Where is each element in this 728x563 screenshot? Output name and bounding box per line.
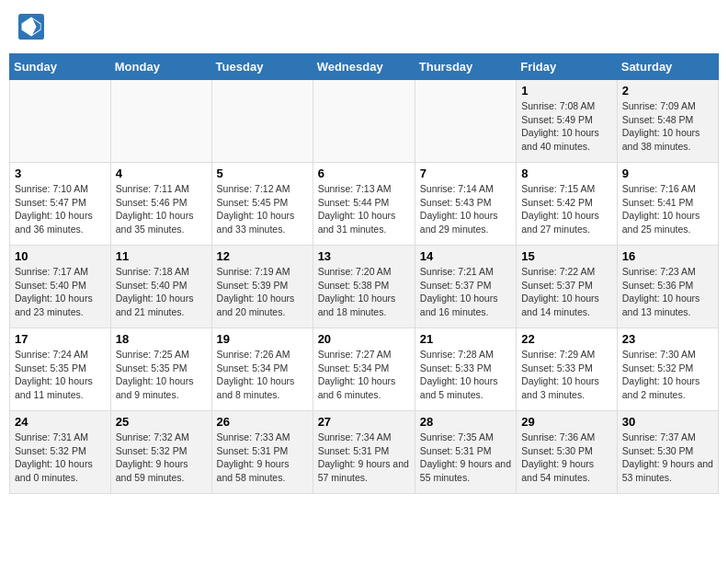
day-info: Sunrise: 7:27 AMSunset: 5:34 PMDaylight:… <box>318 348 410 402</box>
day-number: 16 <box>622 249 713 263</box>
day-info: Sunrise: 7:35 AMSunset: 5:31 PMDaylight:… <box>420 431 511 485</box>
calendar-cell: 27Sunrise: 7:34 AMSunset: 5:31 PMDayligh… <box>313 411 415 494</box>
day-info: Sunrise: 7:19 AMSunset: 5:39 PMDaylight:… <box>217 265 308 319</box>
day-info: Sunrise: 7:31 AMSunset: 5:32 PMDaylight:… <box>15 431 106 485</box>
day-number: 3 <box>15 167 106 180</box>
calendar-cell <box>110 80 211 163</box>
day-info: Sunrise: 7:37 AMSunset: 5:30 PMDaylight:… <box>622 431 713 485</box>
calendar-cell: 12Sunrise: 7:19 AMSunset: 5:39 PMDayligh… <box>211 246 313 328</box>
day-info: Sunrise: 7:09 AMSunset: 5:48 PMDaylight:… <box>622 99 713 154</box>
calendar-cell: 28Sunrise: 7:35 AMSunset: 5:31 PMDayligh… <box>415 411 516 494</box>
day-number: 15 <box>521 249 612 263</box>
calendar-cell <box>415 80 516 163</box>
calendar-cell: 14Sunrise: 7:21 AMSunset: 5:37 PMDayligh… <box>415 246 516 328</box>
week-row-3: 10Sunrise: 7:17 AMSunset: 5:40 PMDayligh… <box>10 246 719 328</box>
week-row-1: 1Sunrise: 7:08 AMSunset: 5:49 PMDaylight… <box>10 80 719 163</box>
day-info: Sunrise: 7:15 AMSunset: 5:42 PMDaylight:… <box>521 182 612 236</box>
day-number: 23 <box>622 332 713 346</box>
calendar-cell: 21Sunrise: 7:28 AMSunset: 5:33 PMDayligh… <box>415 328 516 411</box>
day-info: Sunrise: 7:30 AMSunset: 5:32 PMDaylight:… <box>622 348 713 402</box>
day-number: 20 <box>318 332 410 346</box>
calendar-cell: 3Sunrise: 7:10 AMSunset: 5:47 PMDaylight… <box>10 163 111 246</box>
header-monday: Monday <box>110 54 211 80</box>
calendar-body: 1Sunrise: 7:08 AMSunset: 5:49 PMDaylight… <box>10 80 719 494</box>
calendar-cell: 9Sunrise: 7:16 AMSunset: 5:41 PMDaylight… <box>617 163 718 246</box>
day-number: 30 <box>622 415 713 429</box>
day-number: 2 <box>622 84 713 98</box>
day-info: Sunrise: 7:32 AMSunset: 5:32 PMDaylight:… <box>116 431 207 485</box>
calendar-cell <box>211 80 313 163</box>
day-info: Sunrise: 7:34 AMSunset: 5:31 PMDaylight:… <box>318 431 410 485</box>
day-info: Sunrise: 7:33 AMSunset: 5:31 PMDaylight:… <box>217 431 308 485</box>
day-info: Sunrise: 7:22 AMSunset: 5:37 PMDaylight:… <box>521 265 612 319</box>
logo <box>18 14 48 40</box>
calendar-cell: 20Sunrise: 7:27 AMSunset: 5:34 PMDayligh… <box>313 328 415 411</box>
day-number: 18 <box>116 332 207 346</box>
calendar-cell: 16Sunrise: 7:23 AMSunset: 5:36 PMDayligh… <box>617 246 718 328</box>
calendar-cell: 1Sunrise: 7:08 AMSunset: 5:49 PMDaylight… <box>517 80 618 163</box>
day-number: 10 <box>15 249 106 263</box>
day-number: 26 <box>217 415 308 429</box>
header <box>9 9 719 44</box>
calendar-cell: 7Sunrise: 7:14 AMSunset: 5:43 PMDaylight… <box>415 163 516 246</box>
day-number: 6 <box>318 167 410 180</box>
header-row: SundayMondayTuesdayWednesdayThursdayFrid… <box>10 54 719 80</box>
calendar-cell: 13Sunrise: 7:20 AMSunset: 5:38 PMDayligh… <box>313 246 415 328</box>
day-info: Sunrise: 7:13 AMSunset: 5:44 PMDaylight:… <box>318 182 410 236</box>
header-tuesday: Tuesday <box>211 54 313 80</box>
calendar-cell: 25Sunrise: 7:32 AMSunset: 5:32 PMDayligh… <box>110 411 211 494</box>
calendar-cell: 8Sunrise: 7:15 AMSunset: 5:42 PMDaylight… <box>517 163 618 246</box>
day-number: 1 <box>521 84 612 98</box>
day-info: Sunrise: 7:16 AMSunset: 5:41 PMDaylight:… <box>622 182 713 236</box>
calendar-cell: 19Sunrise: 7:26 AMSunset: 5:34 PMDayligh… <box>211 328 313 411</box>
header-friday: Friday <box>517 54 618 80</box>
day-info: Sunrise: 7:36 AMSunset: 5:30 PMDaylight:… <box>521 431 612 485</box>
day-info: Sunrise: 7:21 AMSunset: 5:37 PMDaylight:… <box>420 265 511 319</box>
day-info: Sunrise: 7:08 AMSunset: 5:49 PMDaylight:… <box>521 99 612 154</box>
day-info: Sunrise: 7:17 AMSunset: 5:40 PMDaylight:… <box>15 265 106 319</box>
day-info: Sunrise: 7:11 AMSunset: 5:46 PMDaylight:… <box>116 182 207 236</box>
day-number: 24 <box>15 415 106 429</box>
day-info: Sunrise: 7:23 AMSunset: 5:36 PMDaylight:… <box>622 265 713 319</box>
calendar-cell: 30Sunrise: 7:37 AMSunset: 5:30 PMDayligh… <box>617 411 718 494</box>
day-number: 8 <box>521 167 612 180</box>
day-number: 22 <box>521 332 612 346</box>
logo-icon <box>18 14 44 40</box>
calendar-cell: 4Sunrise: 7:11 AMSunset: 5:46 PMDaylight… <box>110 163 211 246</box>
day-info: Sunrise: 7:18 AMSunset: 5:40 PMDaylight:… <box>116 265 207 319</box>
day-info: Sunrise: 7:26 AMSunset: 5:34 PMDaylight:… <box>217 348 308 402</box>
day-number: 11 <box>116 249 207 263</box>
day-number: 27 <box>318 415 410 429</box>
day-number: 28 <box>420 415 511 429</box>
day-info: Sunrise: 7:28 AMSunset: 5:33 PMDaylight:… <box>420 348 511 402</box>
week-row-4: 17Sunrise: 7:24 AMSunset: 5:35 PMDayligh… <box>10 328 719 411</box>
header-saturday: Saturday <box>617 54 718 80</box>
day-number: 21 <box>420 332 511 346</box>
calendar-cell: 15Sunrise: 7:22 AMSunset: 5:37 PMDayligh… <box>517 246 618 328</box>
calendar-cell: 11Sunrise: 7:18 AMSunset: 5:40 PMDayligh… <box>110 246 211 328</box>
week-row-2: 3Sunrise: 7:10 AMSunset: 5:47 PMDaylight… <box>10 163 719 246</box>
calendar-cell: 22Sunrise: 7:29 AMSunset: 5:33 PMDayligh… <box>517 328 618 411</box>
day-info: Sunrise: 7:20 AMSunset: 5:38 PMDaylight:… <box>318 265 410 319</box>
day-number: 29 <box>521 415 612 429</box>
header-sunday: Sunday <box>10 54 111 80</box>
calendar-cell: 17Sunrise: 7:24 AMSunset: 5:35 PMDayligh… <box>10 328 111 411</box>
day-number: 19 <box>217 332 308 346</box>
day-number: 12 <box>217 249 308 263</box>
calendar-cell <box>313 80 415 163</box>
day-number: 13 <box>318 249 410 263</box>
day-number: 7 <box>420 167 511 180</box>
calendar-cell <box>10 80 111 163</box>
day-number: 14 <box>420 249 511 263</box>
calendar-cell: 24Sunrise: 7:31 AMSunset: 5:32 PMDayligh… <box>10 411 111 494</box>
calendar-cell: 5Sunrise: 7:12 AMSunset: 5:45 PMDaylight… <box>211 163 313 246</box>
day-info: Sunrise: 7:10 AMSunset: 5:47 PMDaylight:… <box>15 182 106 236</box>
header-wednesday: Wednesday <box>313 54 415 80</box>
day-info: Sunrise: 7:12 AMSunset: 5:45 PMDaylight:… <box>217 182 308 236</box>
day-info: Sunrise: 7:25 AMSunset: 5:35 PMDaylight:… <box>116 348 207 402</box>
calendar-cell: 26Sunrise: 7:33 AMSunset: 5:31 PMDayligh… <box>211 411 313 494</box>
calendar-cell: 2Sunrise: 7:09 AMSunset: 5:48 PMDaylight… <box>617 80 718 163</box>
calendar-cell: 10Sunrise: 7:17 AMSunset: 5:40 PMDayligh… <box>10 246 111 328</box>
calendar-cell: 18Sunrise: 7:25 AMSunset: 5:35 PMDayligh… <box>110 328 211 411</box>
calendar-table: SundayMondayTuesdayWednesdayThursdayFrid… <box>9 53 719 494</box>
